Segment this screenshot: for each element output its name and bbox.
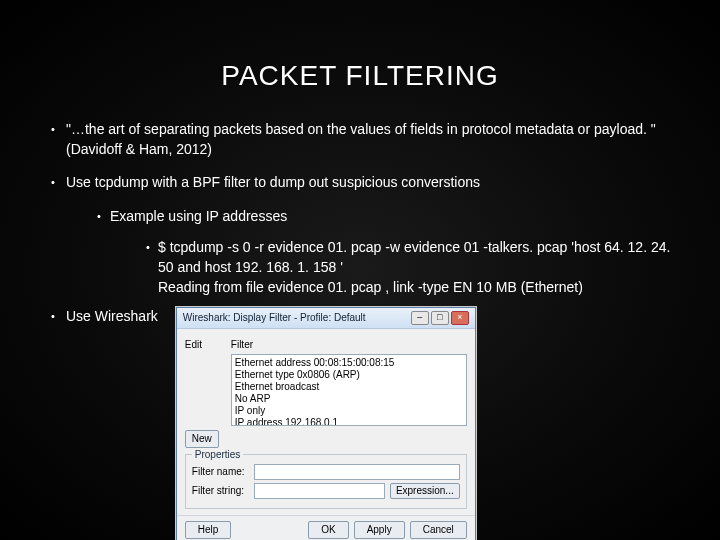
bullet-dot: •	[88, 207, 110, 227]
bullet-text: "…the art of separating packets based on…	[66, 120, 680, 159]
filter-string-input[interactable]	[254, 483, 385, 499]
dialog-body: Edit Filter Ethernet address 00:08:15:00…	[177, 329, 475, 515]
slide-title: PACKET FILTERING	[0, 60, 720, 92]
list-item[interactable]: IP address 192.168.0.1	[235, 417, 463, 426]
list-item[interactable]: Ethernet broadcast	[235, 381, 463, 393]
filter-name-input[interactable]	[254, 464, 460, 480]
bullet-text: $ tcpdump -s 0 -r evidence 01. pcap -w e…	[158, 238, 680, 297]
bullet-level2: • Example using IP addresses	[88, 207, 680, 227]
bullet-level1: • Use tcpdump with a BPF filter to dump …	[40, 173, 680, 193]
cancel-button[interactable]: Cancel	[410, 521, 467, 539]
expression-button[interactable]: Expression...	[390, 483, 460, 499]
bullet-dot: •	[40, 307, 66, 327]
list-item[interactable]: Ethernet address 00:08:15:00:08:15	[235, 357, 463, 369]
filter-list[interactable]: Ethernet address 00:08:15:00:08:15 Ether…	[231, 354, 467, 426]
group-label: Properties	[192, 448, 244, 462]
dialog-titlebar: Wireshark: Display Filter - Profile: Def…	[177, 308, 475, 329]
bullet-dot: •	[40, 173, 66, 193]
dialog-footer: Help OK Apply Cancel	[177, 515, 475, 540]
bullet-dot: •	[40, 120, 66, 159]
slide-body: • "…the art of separating packets based …	[0, 120, 720, 540]
filter-string-label: Filter string:	[192, 484, 254, 498]
filter-label: Filter	[231, 338, 467, 352]
bullet-text: Use Wireshark	[66, 307, 158, 327]
bullet-level1: • "…the art of separating packets based …	[40, 120, 680, 159]
list-item[interactable]: IP only	[235, 405, 463, 417]
close-button[interactable]: ×	[451, 311, 469, 325]
dialog-title: Wireshark: Display Filter - Profile: Def…	[183, 311, 366, 325]
properties-group: Properties Filter name: Filter string: E…	[185, 454, 467, 509]
bullet-level3: • $ tcpdump -s 0 -r evidence 01. pcap -w…	[138, 238, 680, 297]
new-button[interactable]: New	[185, 430, 219, 448]
minimize-button[interactable]: –	[411, 311, 429, 325]
code-line: Reading from file evidence 01. pcap , li…	[158, 279, 583, 295]
bullet-level1: • Use Wireshark	[40, 307, 158, 327]
apply-button[interactable]: Apply	[354, 521, 405, 539]
help-button[interactable]: Help	[185, 521, 232, 539]
wireshark-dialog: Wireshark: Display Filter - Profile: Def…	[176, 307, 476, 540]
list-item[interactable]: No ARP	[235, 393, 463, 405]
edit-label: Edit	[185, 338, 225, 352]
bullet-text: Example using IP addresses	[110, 207, 287, 227]
list-item[interactable]: Ethernet type 0x0806 (ARP)	[235, 369, 463, 381]
window-buttons: – □ ×	[411, 311, 469, 325]
maximize-button[interactable]: □	[431, 311, 449, 325]
code-line: $ tcpdump -s 0 -r evidence 01. pcap -w e…	[158, 239, 670, 275]
bullet-text: Use tcpdump with a BPF filter to dump ou…	[66, 173, 480, 193]
filter-name-label: Filter name:	[192, 465, 254, 479]
bullet-dot: •	[138, 238, 158, 297]
ok-button[interactable]: OK	[308, 521, 348, 539]
